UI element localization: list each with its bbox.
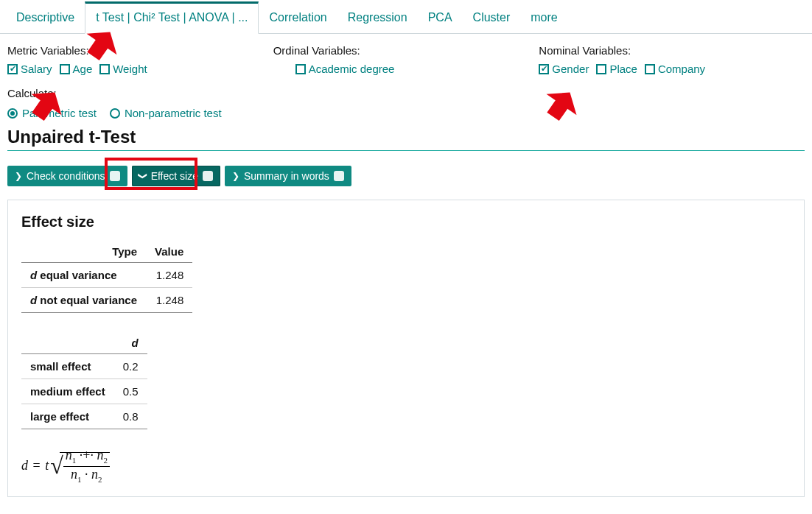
chevron-down-icon: ❯ (139, 172, 147, 180)
chk-label: Company (658, 63, 705, 75)
chk-place[interactable]: Place (596, 63, 637, 75)
table-row: d equal variance 1.248 (21, 263, 192, 288)
checkbox-icon (7, 64, 18, 74)
tab-pca[interactable]: PCA (418, 4, 463, 33)
table-row: large effect0.8 (21, 404, 147, 429)
gauge-icon (203, 171, 213, 181)
effect-size-panel: Effect size Type Value d equal variance … (7, 200, 805, 497)
pill-label: Summary in words (244, 170, 329, 182)
tab-more[interactable]: more (520, 4, 567, 33)
table-row: medium effect0.5 (21, 379, 147, 404)
check-icon (110, 171, 120, 181)
chevron-right-icon: ❯ (15, 172, 22, 180)
ordinal-variables-group: Ordinal Variables: Academic degree (273, 44, 539, 75)
panel-title: Effect size (21, 214, 791, 230)
checkbox-icon (596, 64, 606, 74)
chk-academic-degree[interactable]: Academic degree (295, 63, 395, 75)
checkbox-icon (60, 64, 70, 74)
checkbox-icon (295, 64, 306, 74)
chk-gender[interactable]: Gender (539, 63, 589, 75)
formula-cohens-d: d = t √ n1 ·+· n2 n1 · n2 (21, 448, 791, 483)
metric-title: Metric Variables: (7, 44, 273, 57)
chk-label: Place (609, 63, 637, 75)
chk-age[interactable]: Age (60, 63, 93, 75)
chk-label: Age (73, 63, 93, 75)
nominal-title: Nominal Variables: (539, 44, 805, 57)
radio-nonparametric[interactable]: Non-parametric test (110, 107, 222, 119)
pill-label: Check conditions (27, 170, 105, 182)
chk-salary[interactable]: Salary (7, 63, 52, 75)
checkbox-icon (99, 64, 110, 74)
pill-effect-size[interactable]: ❯ Effect size (132, 166, 220, 186)
chevron-right-icon: ❯ (232, 172, 239, 180)
pill-row: ❯ Check conditions ❯ Effect size ❯ Summa… (7, 166, 812, 186)
effect-thresholds-table: d small effect0.2 medium effect0.5 large… (21, 332, 147, 429)
tabs-bar: Descriptive t Test | Chi² Test | ANOVA |… (0, 0, 812, 34)
table-row: small effect0.2 (21, 354, 147, 379)
ordinal-title: Ordinal Variables: (273, 44, 539, 57)
chk-weight[interactable]: Weight (99, 63, 147, 75)
chk-label: Academic degree (309, 63, 395, 75)
tab-cluster[interactable]: Cluster (463, 4, 521, 33)
pill-check-conditions[interactable]: ❯ Check conditions (7, 166, 127, 186)
pill-label: Effect size (151, 170, 198, 182)
effect-size-table: Type Value d equal variance 1.248 d not … (21, 241, 192, 313)
col-d: d (114, 332, 147, 354)
calculate-label: Calculate: (7, 87, 805, 99)
radio-parametric[interactable]: Parametric test (7, 107, 97, 119)
radio-label: Non-parametric test (125, 107, 222, 119)
tab-regression[interactable]: Regression (337, 4, 418, 33)
pill-summary-words[interactable]: ❯ Summary in words (225, 166, 351, 186)
tab-ttest[interactable]: t Test | Chi² Test | ANOVA | ... (85, 1, 259, 34)
col-type: Type (21, 241, 146, 263)
tab-correlation[interactable]: Correlation (259, 4, 337, 33)
checkbox-icon (645, 64, 655, 74)
checkbox-icon (539, 64, 549, 74)
chk-company[interactable]: Company (645, 63, 705, 75)
divider (7, 150, 805, 151)
metric-variables-group: Metric Variables: Salary Age Weight (7, 44, 273, 75)
nominal-variables-group: Nominal Variables: Gender Place Company (539, 44, 805, 75)
table-row: d not equal variance 1.248 (21, 288, 192, 313)
chk-label: Gender (552, 63, 589, 75)
radio-icon (110, 108, 120, 119)
radio-icon (7, 108, 18, 119)
chk-label: Weight (113, 63, 147, 75)
chk-label: Salary (21, 63, 52, 75)
col-value: Value (146, 241, 192, 263)
radio-label: Parametric test (22, 107, 97, 119)
page-title: Unpaired t-Test (7, 127, 805, 147)
tab-descriptive[interactable]: Descriptive (6, 4, 85, 33)
doc-icon (334, 171, 344, 181)
